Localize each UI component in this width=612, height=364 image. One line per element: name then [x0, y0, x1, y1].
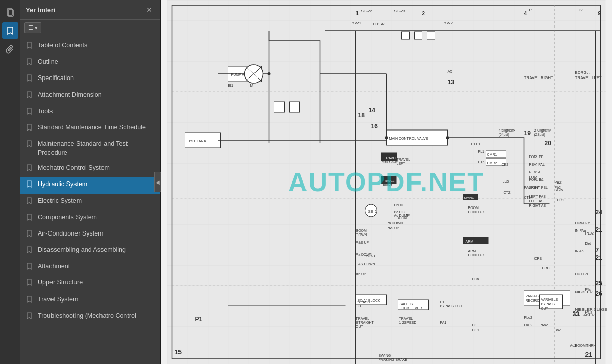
bookmark-icon-11: [27, 230, 34, 240]
sidebar-item-0[interactable]: Table of Contents: [20, 38, 160, 55]
svg-text:BYPASS: BYPASS: [541, 302, 555, 306]
svg-text:BOOMTHRH: BOOMTHRH: [575, 344, 596, 347]
bookmark-icon-12: [27, 246, 34, 256]
svg-text:15: 15: [175, 349, 182, 356]
bookmark-icon-9: [27, 197, 34, 207]
svg-text:HYD. TANK: HYD. TANK: [188, 139, 207, 143]
sidebar-item-label-11: Air-Conditioner System: [38, 229, 155, 239]
bookmark-icon-10: [27, 214, 34, 223]
svg-text:CT2: CT2: [504, 191, 511, 194]
svg-text:PB2: PB2: [555, 180, 562, 184]
svg-text:LOCK LEVER: LOCK LEVER: [400, 306, 422, 310]
bookmark-icon-7: [27, 164, 34, 174]
svg-text:SE-22: SE-22: [361, 9, 373, 13]
svg-rect-135: [402, 32, 410, 39]
sidebar-item-16[interactable]: Troubleshooting (Mechatro Control: [20, 308, 160, 325]
sidebar-item-label-10: Components System: [38, 213, 155, 222]
svg-rect-136: [415, 32, 422, 39]
svg-text:D2: D2: [578, 8, 583, 12]
svg-text:STRAIGHT: STRAIGHT: [382, 161, 398, 164]
svg-text:REV. AL: REV. AL: [529, 170, 543, 174]
svg-text:7: 7: [596, 247, 599, 254]
sidebar-item-12[interactable]: Disassembling and Assembling: [20, 243, 160, 259]
svg-text:A5: A5: [448, 69, 453, 74]
svg-text:CP2: CP2: [502, 163, 509, 166]
sidebar-panel: Yer İmleri ✕ ☰ ▾ Table of ContentsOutlin…: [20, 0, 161, 364]
svg-text:P1: P1: [195, 316, 203, 323]
sidebar-item-7[interactable]: Mechatro Control System: [20, 161, 160, 177]
svg-text:Ab UP: Ab UP: [356, 272, 367, 276]
svg-text:TRAVEL: TRAVEL: [399, 317, 413, 320]
sidebar-header: Yer İmleri ✕: [20, 0, 160, 20]
svg-text:2.0kgf/cm²: 2.0kgf/cm²: [534, 128, 551, 133]
sidebar-item-1[interactable]: Outline: [20, 55, 160, 71]
diagram-area: AUTOPDF.NET 1 2 4 9 SE-22 SE-23 PSV1: [161, 0, 612, 364]
svg-text:TRAVEL LEFT: TRAVEL LEFT: [575, 75, 602, 80]
svg-text:P1: P1: [440, 300, 445, 304]
svg-text:A1: A1: [381, 22, 386, 26]
svg-text:TRAVEL: TRAVEL: [384, 156, 398, 160]
svg-text:CUT: CUT: [541, 307, 549, 310]
svg-text:P3: P3: [472, 323, 477, 327]
svg-rect-20: [290, 102, 300, 112]
svg-text:19: 19: [524, 129, 531, 137]
svg-text:PL1: PL1: [478, 150, 485, 153]
svg-text:SIGHT PBL: SIGHT PBL: [529, 186, 548, 189]
sidebar-item-5[interactable]: Standard Maintenance Time Schedule: [20, 120, 160, 137]
sidebar-item-4[interactable]: Tools: [20, 104, 160, 120]
svg-text:LEFT AS: LEFT AS: [529, 199, 544, 203]
svg-text:LoC2: LoC2: [524, 323, 533, 327]
svg-text:MAIN CONTROL VALVE: MAIN CONTROL VALVE: [389, 137, 428, 140]
sidebar-close-button[interactable]: ✕: [144, 4, 155, 15]
svg-text:(28psi): (28psi): [534, 133, 545, 137]
sidebar-items-list: Table of ContentsOutlineSpecificationAtt…: [20, 36, 160, 364]
svg-text:PCa: PCa: [585, 310, 593, 314]
sidebar-item-15[interactable]: Travel System: [20, 292, 160, 308]
svg-text:TRAVEL: TRAVEL: [383, 179, 395, 183]
svg-text:ARM: ARM: [468, 249, 476, 253]
svg-text:9: 9: [598, 11, 601, 16]
svg-text:B1: B1: [228, 83, 234, 88]
svg-text:LEFT PAS: LEFT PAS: [529, 195, 546, 198]
svg-text:1-2SPEED: 1-2SPEED: [399, 321, 417, 324]
svg-text:SWING: SWING: [379, 354, 391, 357]
attachments-icon[interactable]: [2, 41, 18, 57]
svg-text:P: P: [529, 8, 532, 12]
svg-text:21: 21: [585, 351, 593, 358]
sidebar-item-3[interactable]: Attachment Dimension: [20, 88, 160, 104]
bookmarks-icon[interactable]: [2, 22, 18, 39]
bookmarks-menu-button[interactable]: ☰ ▾: [24, 22, 41, 33]
sidebar-item-6[interactable]: Maintenance Standard and Test Procedure: [20, 137, 160, 161]
sidebar-item-label-15: Travel System: [38, 295, 155, 304]
sidebar-item-13[interactable]: Attachment: [20, 259, 160, 275]
svg-text:Pla: Pla: [585, 288, 591, 291]
sidebar-item-8[interactable]: Hydraulic System: [20, 177, 160, 193]
bookmark-icon-2: [27, 74, 34, 84]
sidebar-item-label-14: Upper Structure: [38, 278, 155, 288]
bookmark-icon-3: [27, 91, 34, 101]
sidebar-item-14[interactable]: Upper Structure: [20, 275, 160, 292]
svg-rect-19: [274, 102, 285, 112]
pages-icon[interactable]: [2, 4, 18, 20]
svg-text:P&S DOWN: P&S DOWN: [356, 262, 375, 266]
svg-text:Aо2: Aо2: [570, 344, 577, 347]
svg-text:LCs: LCs: [503, 179, 509, 183]
svg-text:PH1: PH1: [373, 22, 380, 26]
bookmark-icon-0: [27, 42, 34, 51]
svg-text:Bc DIG.: Bc DIG.: [394, 210, 407, 214]
sidebar-item-10[interactable]: Components System: [20, 210, 160, 226]
sidebar-item-9[interactable]: Electric System: [20, 194, 160, 210]
sidebar-item-label-4: Tools: [38, 107, 155, 116]
bookmark-icon-5: [27, 124, 34, 134]
svg-text:PAo2: PAo2: [540, 323, 548, 327]
svg-text:DOWN: DOWN: [356, 233, 367, 237]
svg-text:ARM: ARM: [466, 240, 474, 243]
sidebar-item-label-13: Attachment: [38, 262, 155, 271]
sidebar-item-11[interactable]: Air-Conditioner System: [20, 226, 160, 243]
sidebar-collapse-handle[interactable]: ◀: [154, 172, 161, 192]
svg-text:PA1: PA1: [440, 321, 447, 324]
sidebar-item-2[interactable]: Specification: [20, 71, 160, 87]
svg-text:Pbо2: Pbо2: [524, 316, 532, 319]
sidebar-item-label-5: Standard Maintenance Time Schedule: [38, 123, 155, 133]
svg-text:P1: P1: [471, 142, 476, 146]
